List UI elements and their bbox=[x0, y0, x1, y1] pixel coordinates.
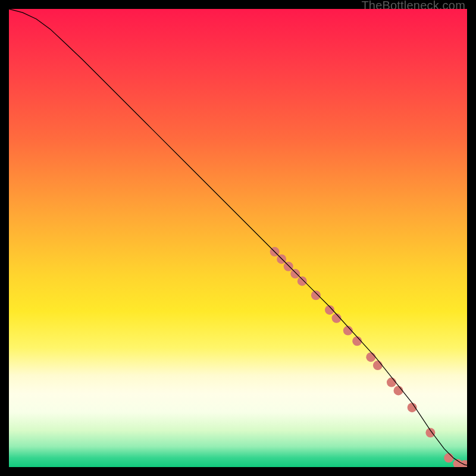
chart-container: TheBottleneck.com bbox=[0, 0, 476, 476]
data-point bbox=[366, 352, 375, 362]
bottleneck-curve bbox=[9, 9, 467, 465]
plot-area bbox=[9, 9, 467, 467]
data-point bbox=[373, 361, 383, 370]
data-point bbox=[290, 269, 300, 278]
data-point bbox=[393, 386, 403, 395]
data-point bbox=[387, 378, 396, 387]
data-point bbox=[444, 453, 453, 463]
chart-svg bbox=[9, 9, 467, 467]
data-point bbox=[425, 428, 435, 437]
data-point bbox=[284, 262, 293, 271]
data-point bbox=[298, 276, 307, 286]
markers-group bbox=[270, 247, 467, 467]
data-point bbox=[311, 290, 321, 300]
